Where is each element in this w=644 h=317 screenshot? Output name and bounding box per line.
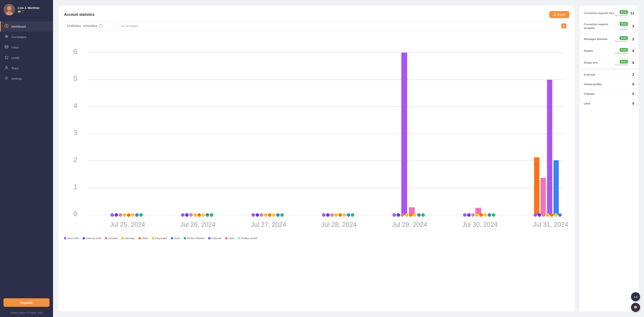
stat-label: Emails sent <box>584 61 598 65</box>
svg-text:Jul 28, 2024: Jul 28, 2024 <box>322 221 356 228</box>
stat-endorsed: Endorsed 2 <box>580 70 638 80</box>
svg-text:0: 0 <box>74 210 78 218</box>
add-campaign-button[interactable]: + <box>561 24 566 29</box>
svg-point-73 <box>405 213 408 217</box>
export-label: Export <box>558 13 566 16</box>
svg-point-91 <box>534 213 537 217</box>
svg-point-65 <box>343 213 346 217</box>
svg-point-39 <box>123 213 126 217</box>
svg-point-46 <box>189 213 193 217</box>
stat-connection-requests-accepted: Connection requests accepted ⊕ 0% from p… <box>580 19 638 34</box>
chart-legend: Send invite Invite by email Accepted Mes… <box>64 237 569 240</box>
svg-point-1 <box>7 6 12 11</box>
sidebar: Lisa J. Martinez 💳 🛡 Dashboard <box>0 0 53 317</box>
stat-value: 0 <box>630 102 634 106</box>
sidebar-item-leads[interactable]: Leads <box>0 53 53 63</box>
stat-label: Connection requests sent <box>584 12 614 15</box>
legend-dot <box>208 237 210 239</box>
svg-point-44 <box>181 213 184 217</box>
sidebar-item-label: Leads <box>12 56 20 59</box>
svg-point-58 <box>276 213 280 217</box>
badge-icon: ⊕ <box>621 23 623 25</box>
svg-point-84 <box>484 213 487 217</box>
avatar <box>4 4 15 15</box>
svg-text:3: 3 <box>74 129 78 136</box>
date-range-value: 07/25/2024 - 07/31/2024 <box>67 24 97 28</box>
svg-text:5: 5 <box>74 75 78 82</box>
badge-icon: ⊕ <box>621 11 623 13</box>
sidebar-item-inbox[interactable]: Inbox <box>0 42 53 53</box>
stat-label: Followed <box>584 92 594 96</box>
sidebar-item-settings[interactable]: Settings <box>0 73 53 84</box>
svg-point-92 <box>538 213 541 217</box>
stat-viewed-profiles: Viewed profiles 0 <box>580 80 638 89</box>
svg-text:2: 2 <box>74 156 78 164</box>
svg-point-77 <box>421 213 425 217</box>
svg-point-79 <box>463 213 466 217</box>
svg-point-8 <box>6 66 7 68</box>
sidebar-item-label: Dashboard <box>12 25 26 28</box>
svg-text:1: 1 <box>74 183 78 191</box>
svg-rect-68 <box>401 53 407 215</box>
stat-emails-sent: Emails sent ⊕ 0% from previous 0 <box>580 57 638 69</box>
translate-button[interactable]: A文 <box>631 292 640 301</box>
calendar-icon <box>99 24 102 28</box>
stat-badge-sub: from previous <box>615 40 628 42</box>
legend-liked: Liked <box>225 237 234 240</box>
legend-label: Liked <box>228 237 234 240</box>
svg-point-60 <box>322 213 326 217</box>
svg-point-80 <box>467 213 471 217</box>
sidebar-item-team[interactable]: Team <box>0 63 53 73</box>
sidebar-item-label: Inbox <box>12 46 19 49</box>
stat-right: ⊕ 0% from previous 0 <box>615 60 634 66</box>
svg-point-61 <box>326 213 330 217</box>
legend-endorsed: Endorsed <box>208 237 222 240</box>
sidebar-item-campaigns[interactable]: Campaigns <box>0 32 53 42</box>
stat-value: 3 <box>630 24 634 28</box>
stat-right: ⊕ 0% from previous 0 <box>615 48 634 54</box>
svg-point-55 <box>264 213 268 217</box>
chat-button[interactable] <box>631 303 640 312</box>
date-range-input[interactable]: 07/25/2024 - 07/31/2024 <box>64 22 115 30</box>
legend-accepted: Accepted <box>105 237 118 240</box>
legend-label: Message <box>125 237 134 240</box>
upgrade-button[interactable]: Upgrade <box>4 298 50 307</box>
badge-value: 0% <box>623 11 626 13</box>
svg-text:Jul 31, 2024: Jul 31, 2024 <box>533 221 568 228</box>
main-content: Account statistics Export 07/25/2024 - 0… <box>53 0 644 317</box>
stat-right: ⊕ 0% from previous 11 <box>615 10 634 16</box>
export-button[interactable]: Export <box>549 11 569 18</box>
badge-value: 0% <box>623 61 626 63</box>
legend-label: Send invite <box>67 237 79 240</box>
svg-text:Jul 29, 2024: Jul 29, 2024 <box>392 221 427 228</box>
svg-point-36 <box>110 213 114 217</box>
badge-icon: ⊕ <box>621 37 623 39</box>
legend-label: Profiles viewed <box>241 237 257 240</box>
legend-label: Endorsed <box>212 237 222 240</box>
stat-value: 2 <box>630 37 634 41</box>
campaigns-filter[interactable]: All campaigns + <box>118 22 569 30</box>
svg-point-82 <box>475 213 479 217</box>
svg-point-81 <box>471 213 475 217</box>
campaigns-placeholder: All campaigns <box>121 24 138 28</box>
legend-dot <box>64 237 66 239</box>
stat-badge: ⊕ 0% <box>620 60 628 64</box>
settings-icon <box>4 76 9 81</box>
legend-label: Responded <box>155 237 167 240</box>
stat-badge-sub: from previous <box>616 26 628 31</box>
svg-point-40 <box>127 213 130 217</box>
shield-icon: 🛡 <box>22 10 25 13</box>
legend-dot <box>238 237 240 239</box>
legend-inmail: InMail <box>138 237 148 240</box>
user-name: Lisa J. Martinez <box>18 6 40 10</box>
svg-point-47 <box>193 213 197 217</box>
svg-point-62 <box>330 213 334 217</box>
legend-label: Email <box>174 237 180 240</box>
stat-messages-delivered: Messages delivered ⊕ 0% from previous 2 <box>580 34 638 45</box>
sidebar-item-dashboard[interactable]: Dashboard <box>0 21 53 32</box>
legend-dot <box>171 237 173 239</box>
svg-rect-87 <box>534 157 540 215</box>
svg-point-9 <box>6 78 7 79</box>
sidebar-item-label: Team <box>12 67 19 70</box>
svg-point-72 <box>401 213 404 217</box>
